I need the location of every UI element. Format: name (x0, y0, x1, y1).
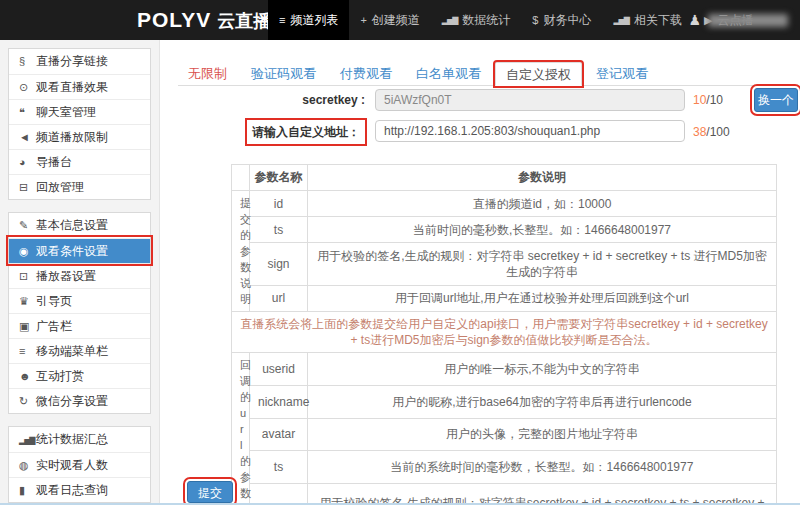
table-row: 回调的url的参数说明 userid 用户的唯一标示,不能为中文的字符串 (232, 353, 777, 386)
custom-url-label: 请输入自定义地址： (247, 120, 365, 144)
crown-icon: ♛ (19, 289, 36, 313)
player-icon: ⊡ (19, 264, 36, 288)
param-desc: 直播的频道id，如：10000 (308, 191, 777, 217)
param-name: userid (250, 353, 308, 386)
sidebar-item-share-link[interactable]: §直播分享链接 (9, 49, 150, 74)
bar-chart-icon: ▂▅▇ (19, 429, 36, 453)
sidebar-item-label: 聊天室管理 (36, 105, 96, 119)
sidebar-item-player-settings[interactable]: ⊡播放器设置 (9, 263, 150, 288)
tab-no-limit[interactable]: 无限制 (178, 62, 237, 85)
sidebar-item-realtime-viewers[interactable]: ◍实时观看人数 (9, 452, 150, 477)
playback-icon: ⊟ (19, 175, 36, 199)
logo-suffix: 云直播 (217, 11, 271, 31)
counter-max: /100 (706, 125, 729, 139)
table-header-param-name: 参数名称 (250, 165, 308, 191)
sidebar-item-label: 导播台 (36, 155, 72, 169)
param-desc: 当前的系统时间的毫秒数，长整型。如：1466648001977 (308, 451, 777, 484)
sidebar-item-chatroom[interactable]: ❝聊天室管理 (9, 99, 150, 124)
tab-paid-watch[interactable]: 付费观看 (330, 62, 402, 85)
sidebar-item-guide-page[interactable]: ♛引导页 (9, 288, 150, 313)
nav-item-label: 频道列表 (290, 13, 338, 27)
custom-url-input[interactable] (375, 120, 685, 142)
submit-params-note: 直播系统会将上面的参数提交给用户自定义的api接口，用户需要对字符串secret… (232, 312, 777, 353)
table-row: ts 当前的系统时间的毫秒数，长整型。如：1466648001977 (232, 451, 777, 484)
top-navbar: POLYV云直播 ≡频道列表 +创建频道 ▂▅▇数据统计 $财务中心 ▂▅▇相关… (0, 0, 800, 40)
table-header-empty (232, 165, 250, 191)
nav-item-finance-center[interactable]: $财务中心 (521, 0, 602, 40)
param-name: avatar (250, 418, 308, 451)
secretkey-counter: 10/10 (693, 88, 723, 112)
sidebar: §直播分享链接 ⊙观看直播效果 ❝聊天室管理 ◄频道播放限制 ◕导播台 ⊟回放管… (0, 40, 160, 505)
sidebar-item-basic-info[interactable]: ✎基本信息设置 (9, 213, 150, 238)
app-logo: POLYV云直播 (137, 0, 271, 40)
submit-button[interactable]: 提交 (187, 481, 233, 503)
sidebar-item-label: 移动端菜单栏 (36, 344, 108, 358)
secretkey-row: secretkey : 10/10 换一个 (160, 88, 800, 112)
people-icon: ☻ (19, 364, 36, 388)
chat-icon: ❝ (19, 100, 36, 124)
sidebar-item-watch-log[interactable]: ▮观看日志查询 (9, 477, 150, 502)
param-name: sign (250, 243, 308, 286)
change-key-button[interactable]: 换一个 (754, 88, 798, 112)
sidebar-item-label: 实时观看人数 (36, 458, 108, 472)
param-name: ts (250, 451, 308, 484)
user-menu[interactable]: ♟ (688, 0, 788, 40)
pencil-icon: ✎ (19, 213, 36, 237)
document-icon: ▮ (19, 478, 36, 502)
sidebar-group-settings: ✎基本信息设置 ◉观看条件设置 ⊡播放器设置 ♛引导页 ▣广告栏 ≡移动端菜单栏… (8, 212, 151, 414)
sidebar-item-label: 基本信息设置 (36, 218, 108, 232)
user-name-blurred (708, 14, 788, 27)
watch-condition-tabs: 无限制 验证码观看 付费观看 白名单观看 自定义授权 登记观看 (178, 62, 786, 86)
submit-params-group-label: 提交的参数说明 (232, 191, 250, 312)
eye-icon: ⊙ (19, 75, 36, 99)
globe-icon: ◕ (19, 150, 36, 174)
sidebar-item-interactive-reward[interactable]: ☻互动打赏 (9, 363, 150, 388)
sidebar-item-stats-summary[interactable]: ▂▅▇统计数据汇总 (9, 427, 150, 452)
tab-whitelist-watch[interactable]: 白名单观看 (406, 62, 491, 85)
param-name: url (250, 285, 308, 311)
menu-icon: ≡ (19, 339, 36, 363)
sidebar-item-director[interactable]: ◕导播台 (9, 149, 150, 174)
param-name: nickname (250, 385, 308, 418)
table-row: url 用于回调url地址,用户在通过校验并处理后回跳到这个url (232, 285, 777, 311)
sidebar-item-play-restrict[interactable]: ◄频道播放限制 (9, 124, 150, 149)
sidebar-item-watch-conditions[interactable]: ◉观看条件设置 (9, 238, 150, 263)
table-row: 提交的参数说明 id 直播的频道id，如：10000 (232, 191, 777, 217)
param-description-table: 参数名称 参数说明 提交的参数说明 id 直播的频道id，如：10000 ts … (231, 164, 777, 505)
param-desc: 用于校验的签名,生成的规则：对字符串 secretkey + id + secr… (308, 243, 777, 286)
nav-item-create-channel[interactable]: +创建频道 (349, 0, 430, 40)
speaker-icon: ◄ (19, 125, 36, 149)
sidebar-item-label: 观看条件设置 (36, 244, 108, 258)
table-header-row: 参数名称 参数说明 (232, 165, 777, 191)
sidebar-item-mobile-menu[interactable]: ≡移动端菜单栏 (9, 338, 150, 363)
param-desc: 用户的头像，完整的图片地址字符串 (308, 418, 777, 451)
counter-current: 38 (693, 125, 706, 139)
table-row: avatar 用户的头像，完整的图片地址字符串 (232, 418, 777, 451)
sidebar-item-label: 引导页 (36, 294, 72, 308)
nav-item-downloads[interactable]: ▂▅▇相关下载 (602, 0, 692, 40)
sidebar-item-wechat-share[interactable]: ↻微信分享设置 (9, 388, 150, 413)
sidebar-item-label: 频道播放限制 (36, 130, 108, 144)
sidebar-group-stats: ▂▅▇统计数据汇总 ◍实时观看人数 ▮观看日志查询 (8, 426, 151, 503)
sidebar-item-label: 直播分享链接 (36, 54, 108, 68)
sidebar-item-label: 统计数据汇总 (36, 432, 108, 446)
param-name: sign (250, 484, 308, 505)
tab-register-watch[interactable]: 登记观看 (586, 62, 658, 85)
sidebar-item-ad-bar[interactable]: ▣广告栏 (9, 313, 150, 338)
sidebar-item-playback[interactable]: ⊟回放管理 (9, 174, 150, 199)
nav-item-data-stats[interactable]: ▂▅▇数据统计 (431, 0, 521, 40)
eye-icon: ◉ (19, 239, 36, 263)
param-desc: 用户的昵称,进行base64加密的字符串后再进行urlencode (308, 385, 777, 418)
counter-max: /10 (706, 93, 723, 107)
table-header-param-desc: 参数说明 (308, 165, 777, 191)
nav-item-channel-list[interactable]: ≡频道列表 (268, 0, 349, 40)
sidebar-item-watch-effect[interactable]: ⊙观看直播效果 (9, 74, 150, 99)
secretkey-label: secretkey : (160, 88, 365, 112)
table-row: ts 当前时间的毫秒数,长整型。如：1466648001977 (232, 217, 777, 243)
tab-code-watch[interactable]: 验证码观看 (241, 62, 326, 85)
secretkey-input[interactable] (375, 89, 685, 111)
tab-custom-auth[interactable]: 自定义授权 (495, 62, 582, 86)
sidebar-item-label: 回放管理 (36, 180, 84, 194)
main-content: 无限制 验证码观看 付费观看 白名单观看 自定义授权 登记观看 secretke… (160, 40, 800, 505)
bar-chart-icon: ▂▅▇ (442, 1, 457, 41)
